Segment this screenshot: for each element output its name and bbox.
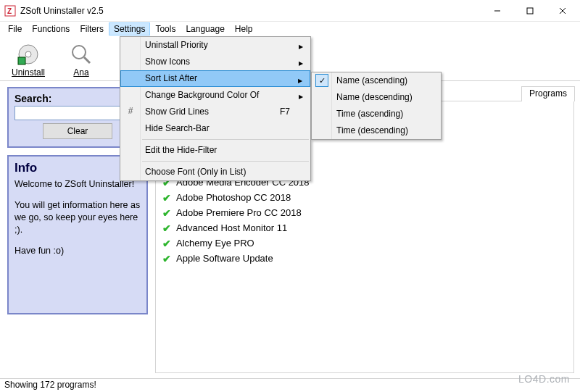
menu-item[interactable]: Uninstall Priority: [120, 37, 310, 54]
menu-item[interactable]: Edit the Hide-Filter: [120, 142, 310, 159]
program-name: Alchemy Eye PRO: [176, 238, 254, 249]
app-icon: Z: [4, 5, 16, 17]
list-item[interactable]: ✔Alchemy Eye PRO: [162, 235, 573, 251]
check-icon: ✔: [162, 207, 172, 219]
menu-shortcut: F7: [280, 107, 290, 117]
settings-menu: Uninstall PriorityShow IconsSort List Af…: [120, 36, 311, 181]
window-title: ZSoft Uninstaller v2.5: [20, 6, 481, 16]
menu-item[interactable]: Sort List After: [120, 70, 310, 87]
menu-item[interactable]: Show Icons: [120, 54, 310, 70]
menu-item[interactable]: Time (descending): [312, 122, 441, 139]
menu-item[interactable]: Choose Font (Only in List): [120, 164, 310, 180]
menu-tools[interactable]: Tools: [150, 22, 181, 36]
menu-functions[interactable]: Functions: [27, 22, 75, 36]
svg-line-10: [84, 57, 90, 63]
menu-file[interactable]: File: [3, 22, 27, 36]
menu-language[interactable]: Language: [181, 22, 229, 36]
check-icon: ✔: [162, 222, 172, 234]
svg-point-7: [25, 51, 31, 57]
menu-item[interactable]: Name (descending): [312, 89, 441, 106]
titlebar: Z ZSoft Uninstaller v2.5: [0, 0, 580, 22]
info-paragraph: Have fun :o): [14, 245, 141, 257]
program-name: Adobe Photoshop CC 2018: [176, 192, 291, 203]
checkmark-icon: ✓: [315, 74, 328, 87]
status-text: Showing 172 programs!: [4, 380, 96, 390]
menu-filters[interactable]: Filters: [75, 22, 109, 36]
menubar: File Functions Filters Settings Tools La…: [0, 22, 580, 36]
info-text: Welcome to ZSoft Uninstaller! You will g…: [14, 178, 141, 257]
menu-separator: [142, 139, 309, 140]
program-name: Apple Software Update: [176, 253, 273, 264]
statusbar: Showing 172 programs!: [0, 378, 580, 391]
menu-separator: [142, 161, 309, 162]
svg-point-9: [72, 46, 86, 59]
uninstall-button[interactable]: Uninstall: [12, 43, 45, 78]
window-controls: [481, 0, 579, 21]
check-icon: ✔: [162, 238, 172, 249]
menu-settings[interactable]: Settings: [109, 22, 150, 36]
menu-help[interactable]: Help: [230, 22, 258, 36]
svg-text:Z: Z: [7, 7, 12, 15]
maximize-button[interactable]: [513, 0, 546, 21]
menu-item[interactable]: Hide Search-Bar: [120, 120, 310, 137]
toolbar-label: Uninstall: [12, 67, 45, 78]
list-item[interactable]: ✔Adobe Photoshop CC 2018: [162, 190, 573, 205]
grid-icon: #: [125, 106, 136, 117]
program-name: Adobe Premiere Pro CC 2018: [176, 207, 302, 218]
toolbar-label: Ana: [73, 67, 88, 78]
svg-rect-8: [18, 57, 25, 64]
close-button[interactable]: [546, 0, 579, 21]
watermark: LO4D.com: [518, 373, 570, 385]
clear-button[interactable]: Clear: [43, 123, 112, 139]
list-item[interactable]: ✔Advanced Host Monitor 11: [162, 220, 573, 235]
analyze-icon: [70, 43, 93, 66]
analyze-button[interactable]: Ana: [70, 43, 93, 78]
check-icon: ✔: [162, 192, 172, 204]
minimize-button[interactable]: [481, 0, 513, 21]
disc-icon: [17, 43, 40, 66]
program-name: Advanced Host Monitor 11: [176, 222, 287, 233]
check-icon: ✔: [162, 253, 172, 264]
tab-programs[interactable]: Programs: [521, 86, 575, 101]
menu-item[interactable]: Show Grid LinesF7#: [120, 104, 310, 120]
menu-item[interactable]: Time (ascending): [312, 106, 441, 122]
list-item[interactable]: ✔Apple Software Update: [162, 251, 573, 266]
list-item[interactable]: ✔Adobe Premiere Pro CC 2018: [162, 205, 573, 220]
sort-submenu: Name (ascending)✓Name (descending)Time (…: [311, 72, 442, 140]
svg-rect-3: [527, 8, 533, 14]
menu-item[interactable]: Name (ascending)✓: [312, 72, 441, 89]
info-paragraph: You will get information here as we go, …: [14, 199, 141, 236]
menu-item[interactable]: Change Background Color Of: [120, 87, 310, 104]
